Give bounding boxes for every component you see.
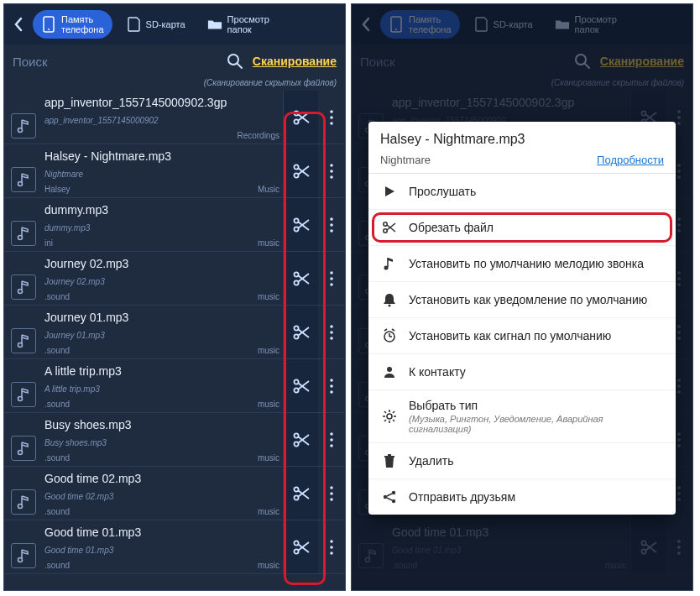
menu-cut-file[interactable]: Обрезать файл [368, 210, 676, 246]
menu-play[interactable]: Прослушать [368, 174, 676, 210]
file-folder: music [258, 238, 279, 248]
header: Памятьтелефона SD-карта Просмотрпапок [4, 4, 345, 44]
tab-sd-card[interactable]: SD-карта [118, 10, 194, 39]
file-row[interactable]: app_inventor_1557145000902.3gpapp_invent… [4, 91, 345, 144]
svg-point-22 [294, 227, 298, 231]
sheet-header: Halsey - Nightmare.mp3 Nightmare Подробн… [368, 122, 676, 174]
more-button[interactable] [318, 252, 345, 305]
cut-button[interactable] [283, 359, 318, 412]
svg-point-30 [294, 280, 298, 285]
file-name: Journey 01.mp3 [44, 311, 279, 324]
svg-point-163 [387, 367, 392, 372]
svg-point-28 [18, 290, 23, 294]
menu-set-ringtone[interactable]: Установить по умолчанию мелодию звонка [368, 246, 676, 282]
more-button[interactable] [318, 198, 345, 251]
file-thumb [4, 413, 43, 466]
menu-delete[interactable]: Удалить [368, 443, 676, 479]
cut-button[interactable] [283, 306, 318, 358]
file-meta: A little trip.mp3A little trip.mp3.sound… [43, 359, 283, 412]
music-note-icon [11, 274, 36, 300]
tab-phone-memory[interactable]: Памятьтелефона [33, 10, 112, 39]
file-row[interactable]: Good time 02.mp3Good time 02.mp3.soundmu… [4, 467, 345, 520]
file-folder: Music [258, 185, 279, 194]
cut-button[interactable] [283, 520, 318, 573]
file-thumb [4, 198, 43, 251]
menu-to-contact[interactable]: К контакту [368, 354, 676, 390]
file-row[interactable]: Good time 01.mp3Good time 01.mp3.soundmu… [4, 520, 345, 574]
file-subtitle: Journey 02.mp3 [44, 277, 279, 286]
svg-point-4 [18, 128, 23, 133]
file-subtitle: Journey 01.mp3 [44, 331, 279, 340]
more-button[interactable] [318, 467, 345, 520]
cut-button[interactable] [283, 413, 318, 466]
file-actions [283, 198, 345, 251]
svg-point-153 [384, 229, 387, 233]
file-meta: dummy.mp3dummy.mp3inimusic [43, 198, 283, 251]
svg-point-57 [330, 432, 333, 436]
svg-point-12 [18, 182, 23, 186]
file-row[interactable]: dummy.mp3dummy.mp3inimusic [4, 198, 345, 252]
music-note-icon [11, 167, 36, 192]
tab-phone-line1: Память [61, 15, 104, 24]
file-subtitle: A little trip.mp3 [44, 384, 279, 394]
svg-point-34 [330, 277, 333, 280]
file-actions [283, 413, 345, 466]
file-folder: music [258, 292, 279, 301]
svg-point-65 [330, 486, 333, 489]
cut-button[interactable] [283, 198, 318, 251]
file-row[interactable]: Busy shoes.mp3Busy shoes.mp3.soundmusic [4, 413, 345, 467]
svg-line-170 [393, 420, 394, 421]
more-button[interactable] [318, 144, 345, 197]
menu-select-type[interactable]: Выбрать тип(Музыка, Рингтон, Уведомление… [368, 390, 676, 443]
tab-folders[interactable]: Просмотрпапок [199, 10, 278, 39]
svg-point-25 [330, 217, 333, 221]
svg-point-74 [330, 546, 333, 549]
context-menu-sheet: Halsey - Nightmare.mp3 Nightmare Подробн… [368, 122, 676, 515]
svg-line-169 [384, 411, 386, 413]
file-row[interactable]: A little trip.mp3A little trip.mp3.sound… [4, 359, 345, 413]
more-button[interactable] [318, 413, 345, 466]
more-button[interactable] [318, 91, 345, 144]
phone-icon [41, 17, 56, 32]
svg-point-2 [228, 55, 238, 65]
search-icon[interactable] [224, 50, 246, 72]
svg-point-33 [330, 271, 333, 274]
music-note-icon [380, 254, 399, 273]
file-thumb [4, 144, 43, 197]
scan-link[interactable]: Сканирование [253, 55, 337, 68]
svg-point-1 [48, 29, 50, 30]
menu-share[interactable]: Отправить друзьям [368, 479, 676, 515]
file-meta: Good time 01.mp3Good time 01.mp3.soundmu… [43, 520, 283, 573]
cut-button[interactable] [283, 467, 318, 520]
more-button[interactable] [318, 520, 345, 573]
file-name: app_inventor_1557145000902.3gp [44, 96, 279, 109]
menu-set-notification[interactable]: Установить как уведомление по умолчанию [368, 282, 676, 318]
music-note-icon [11, 221, 36, 246]
file-artist: Halsey [44, 185, 71, 194]
svg-line-179 [387, 498, 392, 500]
file-meta: Journey 02.mp3Journey 02.mp3.soundmusic [43, 252, 283, 305]
details-link[interactable]: Подробности [597, 154, 664, 166]
more-button[interactable] [318, 306, 345, 358]
svg-point-54 [294, 442, 298, 446]
cut-button[interactable] [283, 252, 318, 305]
file-row[interactable]: Journey 01.mp3Journey 01.mp3.soundmusic [4, 306, 345, 359]
search-input[interactable] [13, 55, 217, 69]
file-row[interactable]: Halsey - Nightmare.mp3NightmareHalseyMus… [4, 144, 345, 198]
back-button[interactable] [9, 4, 28, 44]
gear-icon [380, 407, 399, 426]
menu-set-alarm[interactable]: Установить как сигнал по умолчанию [368, 318, 676, 354]
more-button[interactable] [318, 359, 345, 412]
file-row[interactable]: Journey 02.mp3Journey 02.mp3.soundmusic [4, 252, 345, 306]
file-actions [283, 144, 345, 197]
svg-point-176 [384, 495, 387, 499]
file-meta: app_inventor_1557145000902.3gpapp_invent… [43, 91, 283, 144]
cut-button[interactable] [283, 91, 318, 144]
svg-line-162 [392, 329, 394, 331]
file-artist: .sound [44, 561, 70, 570]
tab-sd-label: SD-карта [146, 20, 185, 29]
svg-point-52 [18, 451, 23, 455]
svg-line-161 [384, 329, 387, 331]
cut-button[interactable] [283, 144, 318, 197]
file-name: Halsey - Nightmare.mp3 [44, 149, 279, 163]
